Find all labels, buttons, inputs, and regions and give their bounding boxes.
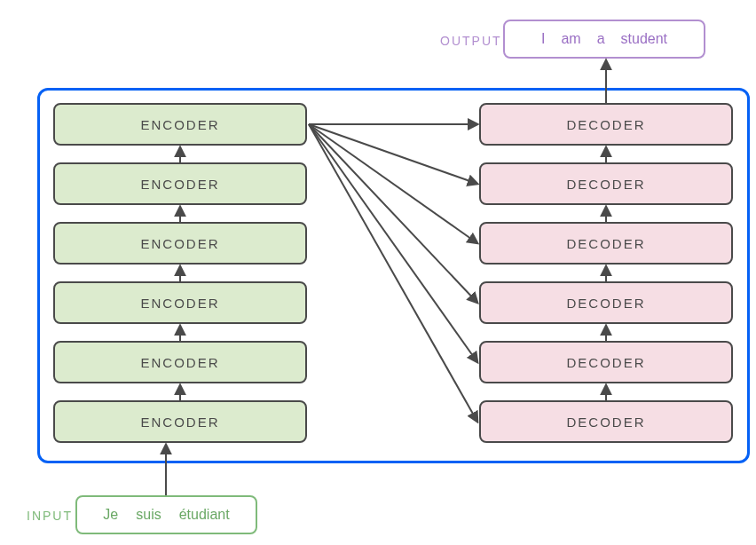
- input-box: Je suis étudiant: [75, 495, 257, 534]
- decoder-block: DECODER: [479, 162, 733, 205]
- decoder-block: DECODER: [479, 103, 733, 146]
- decoder-block: DECODER: [479, 400, 733, 443]
- encoder-block: ENCODER: [53, 281, 307, 324]
- decoder-block: DECODER: [479, 222, 733, 265]
- output-label: OUTPUT: [440, 34, 502, 48]
- input-token: étudiant: [179, 507, 230, 523]
- encoder-block: ENCODER: [53, 222, 307, 265]
- input-token: suis: [136, 507, 161, 523]
- output-token: am: [561, 31, 580, 47]
- input-token: Je: [103, 507, 118, 523]
- encoder-block: ENCODER: [53, 341, 307, 383]
- input-label: INPUT: [27, 509, 73, 523]
- output-token: a: [597, 31, 605, 47]
- decoder-block: DECODER: [479, 341, 733, 383]
- output-box: I am a student: [503, 20, 705, 59]
- encoder-block: ENCODER: [53, 103, 307, 146]
- diagram-canvas: OUTPUT I am a student ENCODER ENCODER EN…: [0, 0, 756, 545]
- decoder-block: DECODER: [479, 281, 733, 324]
- encoder-block: ENCODER: [53, 162, 307, 205]
- encoder-block: ENCODER: [53, 400, 307, 443]
- output-token: I: [541, 31, 545, 47]
- output-token: student: [621, 31, 667, 47]
